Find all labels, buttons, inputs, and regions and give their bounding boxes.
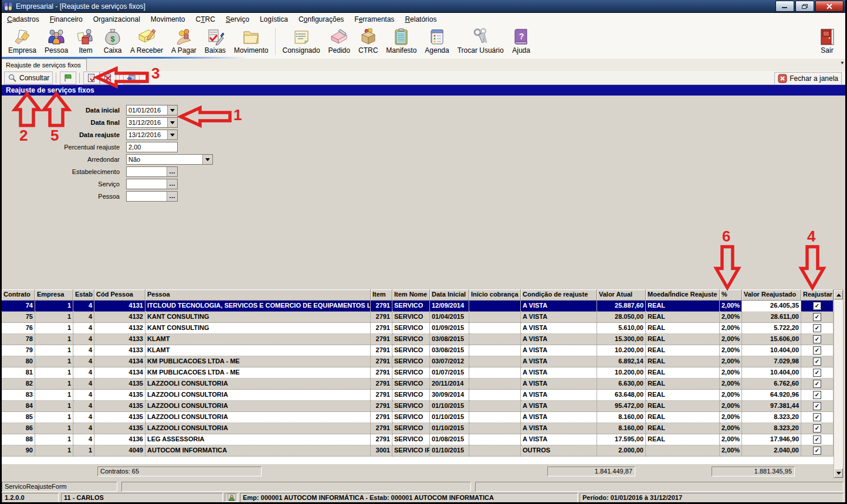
cell-valor-reajustado[interactable]: 17.946,90 <box>742 434 801 445</box>
restore-button[interactable] <box>795 1 814 12</box>
reajustar-checkbox[interactable]: ✓ <box>813 413 821 421</box>
grid-scrollbar[interactable] <box>834 290 843 478</box>
cell-item[interactable]: 2791 <box>371 367 392 379</box>
cell-moeda[interactable]: REAL <box>646 312 720 323</box>
cell-valor-atual[interactable]: 17.595,00 <box>597 434 646 445</box>
cell-data-inicial[interactable]: 01/10/2015 <box>430 445 469 457</box>
menu-item-ferramentas[interactable]: Ferramentas <box>349 13 399 25</box>
cell-item[interactable]: 2791 <box>371 379 392 390</box>
cell-pct[interactable]: 2,00% <box>720 334 742 345</box>
cell-item-nome[interactable]: SERVICO <box>392 401 430 412</box>
cell-valor-reajustado[interactable]: 64.920,96 <box>742 390 801 401</box>
estabelecimento-field[interactable]: … <box>126 166 178 177</box>
table-row-84[interactable]: 84144135LAZZOOLI CONSULTORIA2791SERVICO0… <box>2 401 834 412</box>
cell-item-nome[interactable]: SERVICO <box>392 412 430 423</box>
cell-moeda[interactable]: REAL <box>646 323 720 334</box>
scroll-up-button[interactable] <box>834 290 843 299</box>
fechar-janela-button[interactable]: Fechar a janela <box>774 72 842 85</box>
cell-estab[interactable]: 4 <box>73 301 94 312</box>
cell-empresa[interactable]: 1 <box>35 367 73 379</box>
cell-inicio-cobranca[interactable] <box>469 323 521 334</box>
table-row-90[interactable]: 90114049AUTOCOM INFORMATICA3001SERVICO I… <box>2 445 834 457</box>
cell-pct[interactable]: 2,00% <box>720 367 742 379</box>
table-row-88[interactable]: 88144136LEG ASSESSORIA2791SERVICO01/08/2… <box>2 434 834 445</box>
cell-pessoa[interactable]: AUTOCOM INFORMATICA <box>145 445 371 457</box>
cell-pessoa[interactable]: KLAMT <box>145 345 371 356</box>
cell-valor-reajustado[interactable]: 7.029,98 <box>742 356 801 367</box>
cell-valor-reajustado[interactable]: 10.404,00 <box>742 345 801 356</box>
cell-reajustar[interactable]: ✓ <box>801 412 834 423</box>
cell-valor-atual[interactable]: 25.887,60 <box>597 301 646 312</box>
cell-pct[interactable]: 2,00% <box>720 379 742 390</box>
menu-item-log-stica[interactable]: Logística <box>255 13 293 25</box>
cell-cod-pessoa[interactable]: 4135 <box>94 423 145 434</box>
cell-cod-pessoa[interactable]: 4135 <box>94 401 145 412</box>
cell-reajustar[interactable]: ✓ <box>801 301 834 312</box>
table-row-75[interactable]: 75144132KANT CONSULTING2791SERVICO01/04/… <box>2 312 834 323</box>
cell-cod-pessoa[interactable]: 4136 <box>94 434 145 445</box>
cell-item-nome[interactable]: SERVICO <box>392 301 430 312</box>
cell-valor-atual[interactable]: 95.472,00 <box>597 401 646 412</box>
cell-estab[interactable]: 4 <box>73 367 94 379</box>
cell-inicio-cobranca[interactable] <box>469 345 521 356</box>
cell-cod-pessoa[interactable]: 4134 <box>94 367 145 379</box>
toolbar-overflow-chevron[interactable]: ▼ <box>840 60 845 66</box>
table-row-86[interactable]: 86144135LAZZOOLI CONSULTORIA2791SERVICO0… <box>2 423 834 434</box>
table-row-76[interactable]: 76144132KANT CONSULTING2791SERVICO01/09/… <box>2 323 834 334</box>
cell-data-inicial[interactable]: 01/07/2015 <box>430 367 469 379</box>
toolbar-ajuda[interactable]: ?Ajuda <box>508 27 535 55</box>
table-row-81[interactable]: 81144134KM PUBLICACOES LTDA - ME2791SERV… <box>2 367 834 379</box>
cell-data-inicial[interactable]: 03/07/2012 <box>430 356 469 367</box>
toolbar-caixa[interactable]: $Caixa <box>99 27 126 55</box>
cell-inicio-cobranca[interactable] <box>469 356 521 367</box>
col-header-cod-pessoa[interactable]: Cód Pessoa <box>94 290 145 301</box>
cell-data-inicial[interactable]: 01/08/2015 <box>430 434 469 445</box>
cell-estab[interactable]: 4 <box>73 323 94 334</box>
col-header-estab[interactable]: Estab <box>73 290 94 301</box>
cell-condicao[interactable]: A VISTA <box>521 412 597 423</box>
menu-item-servi-o[interactable]: Serviço <box>221 13 255 25</box>
cell-valor-atual[interactable]: 8.160,00 <box>597 412 646 423</box>
cell-moeda[interactable]: REAL <box>646 367 720 379</box>
cell-pessoa[interactable]: LAZZOOLI CONSULTORIA <box>145 379 371 390</box>
cell-estab[interactable]: 4 <box>73 345 94 356</box>
cell-valor-atual[interactable]: 6.630,00 <box>597 379 646 390</box>
cell-valor-reajustado[interactable]: 8.323,20 <box>742 423 801 434</box>
toolbar-trocar-usu-rio[interactable]: Trocar Usuário <box>453 27 508 55</box>
cell-valor-atual[interactable]: 15.300,00 <box>597 334 646 345</box>
reajustar-checkbox[interactable]: ✓ <box>813 391 821 399</box>
cell-item[interactable]: 3001 <box>371 445 392 457</box>
cell-item[interactable]: 2791 <box>371 345 392 356</box>
cell-item[interactable]: 2791 <box>371 323 392 334</box>
data-final-dropdown-button[interactable] <box>167 118 177 127</box>
scroll-down-button[interactable] <box>834 468 843 478</box>
toolbar-manifesto[interactable]: Manifesto <box>382 27 421 55</box>
cell-contrato[interactable]: 75 <box>2 312 35 323</box>
servico-browse-button[interactable]: … <box>167 179 177 189</box>
cell-inicio-cobranca[interactable] <box>469 367 521 379</box>
cell-valor-reajustado[interactable]: 28.611,00 <box>742 312 801 323</box>
cell-pct[interactable]: 2,00% <box>720 323 742 334</box>
cell-data-inicial[interactable]: 03/08/2015 <box>430 345 469 356</box>
reajustar-checkbox[interactable]: ✓ <box>813 313 821 321</box>
cell-item-nome[interactable]: SERVICO <box>392 345 430 356</box>
cell-contrato[interactable]: 78 <box>2 334 35 345</box>
cell-estab[interactable]: 4 <box>73 434 94 445</box>
reajustar-checkbox[interactable]: ✓ <box>813 380 821 388</box>
cell-valor-atual[interactable]: 10.200,00 <box>597 345 646 356</box>
cell-empresa[interactable]: 1 <box>35 434 73 445</box>
cell-contrato[interactable]: 85 <box>2 412 35 423</box>
menu-item-organizacional[interactable]: Organizacional <box>88 13 145 25</box>
cell-reajustar[interactable]: ✓ <box>801 379 834 390</box>
cell-valor-atual[interactable]: 6.892,14 <box>597 356 646 367</box>
table-row-78[interactable]: 78144133KLAMT2791SERVICO03/08/2015A VIST… <box>2 334 834 345</box>
data-inicial-dropdown-button[interactable] <box>167 105 177 115</box>
consultar-button[interactable]: Consultar <box>4 71 53 84</box>
cell-inicio-cobranca[interactable] <box>469 301 521 312</box>
cell-condicao[interactable]: A VISTA <box>521 301 597 312</box>
cell-moeda[interactable]: REAL <box>646 379 720 390</box>
cell-contrato[interactable]: 79 <box>2 345 35 356</box>
pessoa-browse-button[interactable]: … <box>167 192 177 201</box>
toolbar-empresa[interactable]: Empresa <box>4 27 40 55</box>
cell-valor-atual[interactable]: 8.160,00 <box>597 423 646 434</box>
